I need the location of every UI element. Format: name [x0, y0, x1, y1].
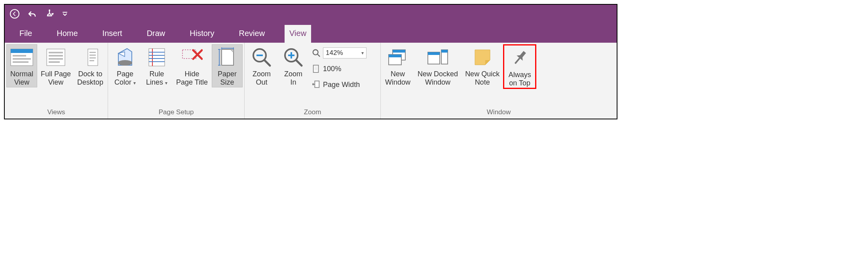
new-docked-window-icon — [426, 48, 449, 66]
svg-rect-5 — [13, 61, 28, 63]
normal-view-button[interactable]: Normal View — [6, 44, 37, 87]
touch-mode-button[interactable]: ▼ — [44, 9, 55, 19]
hide-page-title-icon — [181, 49, 203, 66]
back-button[interactable] — [9, 9, 20, 19]
new-docked-window-button[interactable]: New Docked Window — [414, 44, 462, 87]
group-page-setup-label: Page Setup — [110, 108, 243, 118]
app-window: ▼ File Home Insert Draw History Review V… — [4, 4, 617, 119]
new-quick-note-label: New Quick Note — [465, 70, 500, 86]
page-width-label: Page Width — [323, 81, 360, 89]
full-page-view-icon — [46, 49, 65, 66]
tab-view[interactable]: View — [285, 25, 311, 43]
svg-rect-50 — [428, 52, 440, 55]
page-color-label: Page Color ▾ — [114, 70, 136, 86]
pin-icon — [511, 49, 528, 68]
tab-home[interactable]: Home — [52, 25, 82, 43]
zoom-value-combo[interactable]: 142% ▾ — [323, 47, 367, 59]
undo-icon — [27, 10, 37, 18]
chevron-down-icon: ▼ — [51, 12, 55, 16]
group-views-label: Views — [6, 108, 106, 118]
customize-qat-button[interactable] — [62, 9, 68, 19]
new-quick-note-button[interactable]: New Quick Note — [462, 44, 502, 87]
svg-line-33 — [264, 60, 270, 66]
tab-review[interactable]: Review — [234, 25, 270, 43]
group-window: New Window New Docked Window — [381, 43, 617, 119]
svg-rect-46 — [393, 50, 405, 53]
full-page-view-label: Full Page View — [41, 70, 71, 86]
hide-page-title-button[interactable]: Hide Page Title — [173, 44, 211, 87]
svg-rect-13 — [89, 55, 96, 56]
svg-rect-2 — [11, 49, 33, 53]
tab-history[interactable]: History — [185, 25, 219, 43]
paper-size-label: Paper Size — [218, 70, 237, 86]
zoom-value-text: 142% — [326, 49, 343, 57]
arrow-left-icon — [12, 11, 17, 17]
customize-icon — [63, 11, 67, 17]
chevron-down-icon: ▾ — [132, 80, 136, 86]
page-color-button[interactable]: Page Color ▾ — [110, 44, 141, 87]
rule-lines-label: Rule Lines ▾ — [146, 70, 167, 86]
svg-line-39 — [317, 54, 320, 57]
dock-to-desktop-icon — [82, 49, 98, 66]
page-small-icon — [312, 64, 321, 73]
ribbon: Normal View Full Page View — [5, 43, 617, 119]
svg-rect-14 — [89, 57, 96, 59]
new-window-button[interactable]: New Window — [382, 44, 413, 87]
chevron-down-icon: ▾ — [164, 80, 167, 86]
page-color-icon — [115, 48, 135, 67]
svg-rect-24 — [222, 49, 234, 65]
normal-view-icon — [10, 49, 33, 66]
group-zoom-label: Zoom — [246, 108, 379, 118]
svg-point-16 — [118, 60, 132, 66]
page-width-icon — [312, 80, 321, 89]
tab-file[interactable]: File — [15, 25, 37, 43]
svg-line-37 — [296, 60, 302, 66]
page-width-button[interactable]: Page Width — [312, 77, 376, 92]
rule-lines-button[interactable]: Rule Lines ▾ — [141, 44, 172, 87]
tab-draw[interactable]: Draw — [142, 25, 170, 43]
zoom-out-icon — [252, 47, 272, 67]
group-views: Normal View Full Page View — [5, 43, 108, 119]
titlebar: ▼ — [5, 5, 617, 23]
paper-size-icon — [217, 47, 237, 67]
zoom-100-label: 100% — [323, 65, 341, 73]
normal-view-label: Normal View — [10, 70, 33, 86]
group-zoom: Zoom Out Zoom In — [245, 43, 381, 119]
svg-rect-44 — [315, 81, 319, 88]
group-page-setup: Page Color ▾ Rule Lines ▾ — [108, 43, 245, 119]
zoom-level-row[interactable]: 142% ▾ — [312, 46, 376, 60]
svg-rect-17 — [149, 49, 165, 66]
always-on-top-label: Always on Top — [509, 71, 531, 87]
new-window-label: New Window — [385, 70, 410, 86]
svg-rect-48 — [389, 55, 401, 57]
chevron-down-icon: ▾ — [361, 50, 364, 56]
svg-rect-40 — [313, 65, 319, 72]
always-on-top-button[interactable]: Always on Top — [503, 44, 536, 89]
quick-note-icon — [473, 48, 492, 66]
zoom-100-button[interactable]: 100% — [312, 62, 376, 76]
zoom-out-label: Zoom Out — [253, 70, 271, 86]
magnifier-icon — [312, 49, 321, 57]
zoom-out-button[interactable]: Zoom Out — [246, 44, 277, 87]
tab-insert[interactable]: Insert — [98, 25, 127, 43]
paper-size-button[interactable]: Paper Size — [212, 44, 243, 87]
svg-point-38 — [313, 50, 318, 55]
svg-rect-4 — [13, 58, 31, 60]
dock-to-desktop-label: Dock to Desktop — [77, 70, 103, 86]
zoom-in-label: Zoom In — [284, 70, 302, 86]
svg-point-0 — [49, 9, 50, 11]
svg-rect-15 — [89, 60, 94, 61]
undo-button[interactable] — [27, 9, 37, 19]
zoom-in-icon — [283, 47, 303, 67]
svg-rect-9 — [49, 58, 63, 60]
new-window-icon — [387, 48, 408, 66]
hide-page-title-label: Hide Page Title — [176, 70, 208, 86]
ribbon-tabs: File Home Insert Draw History Review Vie… — [5, 23, 617, 43]
svg-rect-7 — [49, 52, 63, 53]
svg-rect-12 — [89, 52, 96, 53]
svg-rect-8 — [49, 55, 63, 57]
svg-rect-6 — [47, 49, 65, 66]
zoom-in-button[interactable]: Zoom In — [278, 44, 309, 87]
full-page-view-button[interactable]: Full Page View — [38, 44, 74, 87]
dock-to-desktop-button[interactable]: Dock to Desktop — [74, 44, 106, 87]
